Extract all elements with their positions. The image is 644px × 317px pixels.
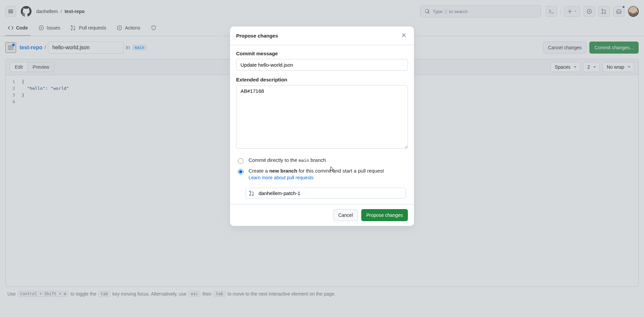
- create-branch-radio[interactable]: [238, 169, 244, 175]
- modal-title: Propose changes: [236, 33, 278, 39]
- commit-message-label: Commit message: [236, 51, 408, 56]
- modal-header: Propose changes: [230, 26, 414, 45]
- extended-description-input[interactable]: AB#17168: [236, 85, 408, 149]
- close-icon: [401, 33, 407, 38]
- close-button[interactable]: [400, 31, 408, 40]
- branch-name-input[interactable]: [258, 190, 402, 196]
- cancel-button[interactable]: Cancel: [333, 209, 358, 221]
- commit-message-input[interactable]: [236, 59, 408, 71]
- branch-name-field: [246, 188, 406, 199]
- commit-direct-label: Commit directly to the main branch: [249, 157, 326, 163]
- modal-overlay: Propose changes Commit message Extended …: [0, 0, 644, 317]
- propose-changes-button[interactable]: Propose changes: [361, 209, 408, 221]
- propose-changes-dialog: Propose changes Commit message Extended …: [230, 26, 414, 226]
- extended-description-label: Extended description: [236, 77, 408, 82]
- learn-more-link[interactable]: Learn more about pull requests: [249, 175, 314, 180]
- create-branch-option[interactable]: Create a new branch for this commit and …: [236, 168, 408, 180]
- commit-direct-radio[interactable]: [238, 158, 244, 164]
- create-branch-label: Create a new branch for this commit and …: [249, 168, 384, 180]
- git-branch-icon: [249, 191, 255, 196]
- commit-direct-option[interactable]: Commit directly to the main branch: [236, 157, 408, 164]
